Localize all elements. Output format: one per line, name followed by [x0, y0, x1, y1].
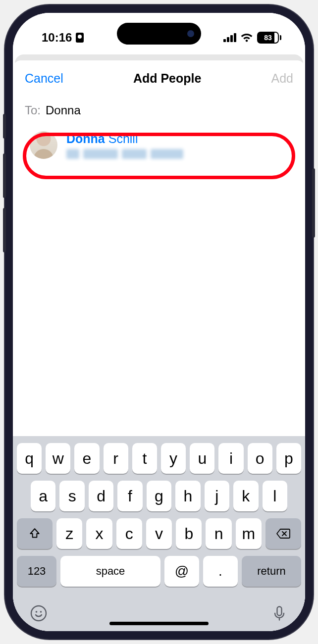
key-z[interactable]: z: [56, 518, 82, 549]
camera-dot: [187, 30, 194, 37]
key-w[interactable]: w: [46, 443, 70, 474]
status-time: 10:16: [42, 31, 72, 45]
key-dot[interactable]: .: [203, 556, 238, 587]
key-a[interactable]: a: [31, 481, 55, 511]
avatar: [30, 131, 57, 159]
side-button: [312, 168, 315, 238]
contact-detail-redacted: [66, 149, 183, 159]
key-return[interactable]: return: [242, 556, 301, 587]
svg-point-2: [40, 611, 42, 613]
key-q[interactable]: q: [17, 443, 42, 474]
key-m[interactable]: m: [236, 518, 262, 549]
key-r[interactable]: r: [104, 443, 128, 474]
battery-icon: 83: [257, 32, 281, 44]
key-123[interactable]: 123: [17, 556, 56, 587]
sim-icon: [76, 33, 84, 43]
keyboard-row-2: a s d f g h j k l: [17, 481, 301, 511]
phone-frame: 10:16 83 Cancel Add People Add: [5, 5, 313, 639]
contact-name-match: Donna: [66, 132, 105, 146]
key-g[interactable]: g: [147, 481, 171, 511]
svg-point-1: [36, 611, 38, 613]
nav-bar: Cancel Add People Add: [13, 60, 305, 95]
key-y[interactable]: y: [161, 443, 186, 474]
cellular-signal-icon: [223, 33, 236, 42]
key-t[interactable]: t: [132, 443, 157, 474]
key-h[interactable]: h: [175, 481, 200, 511]
battery-percentage: 83: [264, 34, 272, 42]
wifi-icon: [240, 33, 253, 43]
side-button: [3, 114, 6, 139]
key-f[interactable]: f: [117, 481, 142, 511]
key-o[interactable]: o: [248, 443, 272, 474]
key-shift[interactable]: [17, 518, 53, 549]
svg-rect-3: [277, 607, 282, 616]
keyboard-row-4: 123 space @ . return: [17, 556, 301, 587]
key-l[interactable]: l: [263, 481, 287, 511]
home-indicator[interactable]: [109, 622, 209, 625]
keyboard-row-3: z x c v b n m: [17, 518, 301, 549]
key-s[interactable]: s: [59, 481, 84, 511]
key-n[interactable]: n: [206, 518, 231, 549]
key-at[interactable]: @: [164, 556, 199, 587]
key-k[interactable]: k: [233, 481, 258, 511]
screen: 10:16 83 Cancel Add People Add: [13, 13, 305, 631]
key-i[interactable]: i: [218, 443, 243, 474]
key-j[interactable]: j: [205, 481, 229, 511]
mic-icon[interactable]: [270, 604, 288, 622]
shift-icon: [28, 527, 41, 540]
key-u[interactable]: u: [190, 443, 214, 474]
key-d[interactable]: d: [89, 481, 113, 511]
dynamic-island: [117, 23, 201, 45]
svg-point-0: [31, 606, 46, 621]
delete-icon: [276, 528, 291, 539]
key-x[interactable]: x: [86, 518, 112, 549]
contact-result-text: Donna Schill: [66, 132, 183, 159]
cancel-button[interactable]: Cancel: [25, 71, 63, 86]
key-c[interactable]: c: [116, 518, 142, 549]
keyboard-footer: [13, 604, 305, 622]
keyboard-row-1: q w e r t y u i o p: [17, 443, 301, 474]
nav-title: Add People: [133, 71, 202, 86]
side-button: [3, 208, 6, 252]
key-space[interactable]: space: [60, 556, 160, 587]
add-people-sheet: Cancel Add People Add To: Donna Donna Sc…: [13, 60, 305, 631]
contact-result-row[interactable]: Donna Schill: [13, 124, 305, 166]
emoji-icon[interactable]: [30, 604, 48, 622]
key-b[interactable]: b: [176, 518, 202, 549]
key-v[interactable]: v: [146, 518, 172, 549]
to-field-row[interactable]: To: Donna: [13, 95, 305, 124]
key-p[interactable]: p: [276, 443, 301, 474]
keyboard: q w e r t y u i o p a s d f g h: [13, 436, 305, 631]
contact-name-rest: Schill: [105, 132, 138, 146]
key-delete[interactable]: [265, 518, 301, 549]
contact-name: Donna Schill: [66, 132, 183, 146]
key-e[interactable]: e: [74, 443, 99, 474]
to-label: To:: [25, 103, 41, 117]
to-input-value: Donna: [46, 103, 81, 117]
side-button: [3, 153, 6, 198]
add-button[interactable]: Add: [271, 71, 293, 86]
